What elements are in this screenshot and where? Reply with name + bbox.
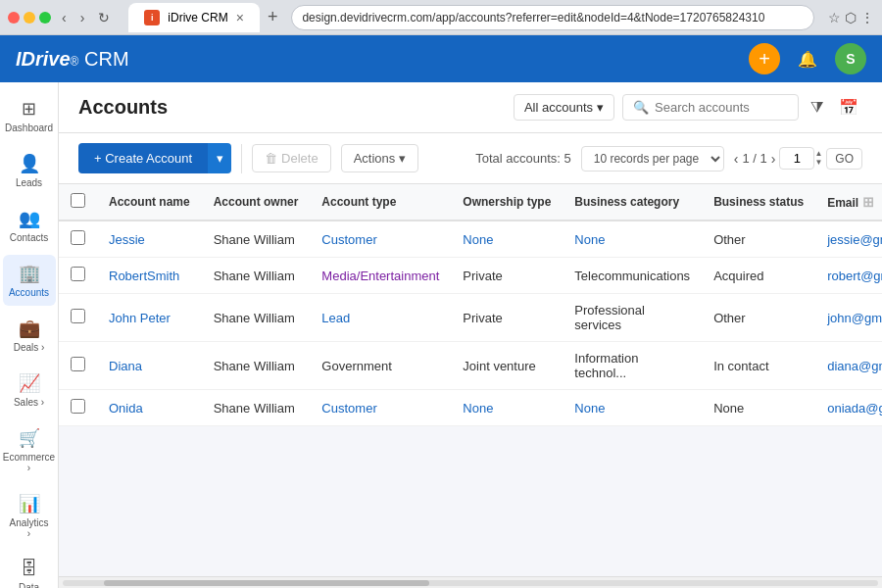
select-all-checkbox[interactable] [71, 193, 85, 208]
row-account-name: RobertSmith [97, 258, 202, 294]
table-row: John Peter Shane William Lead Private Pr… [59, 294, 882, 342]
business-category-value: Information technol... [574, 351, 638, 380]
content-area: Accounts All accounts ▾ 🔍 ⧩ 📅 [59, 82, 882, 588]
sidebar-item-dashboard[interactable]: ⊞ Dashboard [3, 90, 56, 141]
window-controls [8, 12, 51, 24]
forward-button[interactable]: › [75, 8, 90, 27]
topbar: IDrive® CRM + 🔔 S [0, 35, 882, 82]
add-button[interactable]: + [749, 43, 780, 74]
create-account-dropdown-button[interactable]: ▾ [208, 143, 231, 173]
page-stepper: ▲ ▼ [814, 150, 822, 168]
email-link[interactable]: oniada@gmail.com [827, 401, 882, 416]
row-business-status: In contact [702, 342, 815, 390]
accounts-table: Account name Account owner Account type … [59, 184, 882, 426]
user-avatar[interactable]: S [835, 43, 866, 74]
per-page-select[interactable]: 10 records per page25 records per page50… [581, 146, 724, 172]
tab-bar: i iDrive CRM × + [128, 3, 285, 32]
sidebar-item-analytics[interactable]: 📊 Analytics › [3, 485, 56, 547]
sidebar-item-data-migration[interactable]: 🗄 Data Migration [3, 551, 56, 588]
row-account-owner: Shane William [202, 390, 311, 426]
go-button[interactable]: GO [826, 148, 862, 170]
horizontal-scrollbar[interactable] [59, 576, 882, 588]
back-button[interactable]: ‹ [57, 8, 72, 27]
sidebar-item-deals[interactable]: 💼 Deals › [3, 310, 56, 361]
sidebar: ⊞ Dashboard 👤 Leads 👥 Contacts 🏢 Account… [0, 82, 59, 588]
next-page-button[interactable]: › [771, 151, 776, 167]
topbar-right: + 🔔 S [749, 43, 866, 74]
browser-chrome: ‹ › ↻ i iDrive CRM × + design.devidrivec… [0, 0, 882, 35]
filter-icon-button[interactable]: ⧩ [807, 95, 827, 121]
calendar-icon-button[interactable]: 📅 [835, 94, 862, 121]
sidebar-item-accounts[interactable]: 🏢 Accounts [3, 255, 56, 306]
search-box[interactable]: 🔍 [622, 94, 799, 121]
table-row: Jessie Shane William Customer None None … [59, 220, 882, 258]
actions-button[interactable]: Actions ▾ [341, 144, 418, 172]
account-name-link[interactable]: John Peter [109, 311, 171, 325]
address-bar[interactable]: design.devidrivecrm.com/app/accounts?ref… [291, 5, 814, 30]
extensions-button[interactable]: ⬡ [845, 10, 857, 25]
row-account-type: Customer [310, 390, 451, 426]
row-checkbox-2[interactable] [71, 309, 85, 323]
row-account-type: Government [310, 342, 451, 390]
account-type-value: Government [321, 359, 392, 373]
row-checkbox-0[interactable] [71, 230, 85, 245]
sidebar-label-accounts: Accounts [9, 287, 49, 298]
active-tab[interactable]: i iDrive CRM × [128, 3, 260, 32]
account-type-value: Customer [321, 401, 376, 416]
total-count: Total accounts: 5 [475, 151, 571, 166]
reload-button[interactable]: ↻ [93, 8, 115, 27]
bookmark-button[interactable]: ☆ [828, 10, 841, 25]
delete-button[interactable]: 🗑 Delete [252, 144, 331, 172]
row-business-status: None [702, 390, 815, 426]
ecommerce-icon: 🛒 [19, 427, 40, 449]
row-business-status: Other [702, 294, 815, 342]
page-number-input[interactable] [779, 147, 814, 170]
chevron-down-icon: ▾ [597, 100, 604, 115]
account-type-value: Media/Entertainment [321, 269, 439, 283]
account-name-link[interactable]: Jessie [109, 232, 145, 247]
business-category-value: None [574, 232, 605, 247]
filter-label: All accounts [524, 100, 593, 115]
trash-icon: 🗑 [265, 151, 277, 166]
sidebar-item-sales[interactable]: 📈 Sales › [3, 365, 56, 416]
email-link[interactable]: diana@gmail.com [827, 359, 882, 373]
sidebar-item-contacts[interactable]: 👥 Contacts [3, 200, 56, 251]
create-account-button[interactable]: + Create Account [78, 143, 208, 173]
email-link[interactable]: jessie@gmail.com [827, 232, 882, 247]
toolbar: + Create Account ▾ 🗑 Delete Actions ▾ To… [59, 133, 882, 184]
row-business-category: Professional services [563, 294, 702, 342]
account-name-link[interactable]: Onida [109, 401, 143, 416]
row-email: oniada@gmail.com [815, 390, 882, 426]
minimize-button[interactable] [24, 12, 35, 24]
page-down-icon[interactable]: ▼ [814, 159, 822, 168]
sidebar-label-contacts: Contacts [10, 232, 48, 243]
menu-button[interactable]: ⋮ [860, 10, 874, 25]
account-name-link[interactable]: Diana [109, 359, 142, 373]
email-link[interactable]: john@gmail.com [827, 311, 882, 325]
table-header-row: Account name Account owner Account type … [59, 184, 882, 220]
maximize-button[interactable] [39, 12, 51, 24]
email-link[interactable]: robert@gmail.com [827, 269, 882, 283]
col-header-business-category: Business category [563, 184, 702, 220]
row-account-name: John Peter [97, 294, 202, 342]
row-email: jessie@gmail.com [815, 220, 882, 258]
account-type-value: Customer [321, 232, 376, 247]
search-input[interactable] [655, 100, 788, 115]
close-button[interactable] [8, 12, 20, 24]
account-name-link[interactable]: RobertSmith [109, 269, 179, 283]
row-checkbox-3[interactable] [71, 357, 85, 371]
row-checkbox-4[interactable] [71, 399, 85, 414]
row-checkbox-1[interactable] [71, 267, 85, 281]
row-checkbox-cell [59, 258, 97, 294]
notification-button[interactable]: 🔔 [792, 43, 823, 74]
filter-dropdown[interactable]: All accounts ▾ [514, 94, 614, 121]
prev-page-button[interactable]: ‹ [734, 151, 739, 167]
tab-title: iDrive CRM [168, 11, 227, 24]
sidebar-item-ecommerce[interactable]: 🛒 Ecommerce › [3, 419, 56, 481]
data-migration-icon: 🗄 [21, 559, 38, 579]
new-tab-button[interactable]: + [260, 7, 286, 27]
row-checkbox-cell [59, 342, 97, 390]
business-category-value: Professional services [574, 303, 645, 332]
tab-close-button[interactable]: × [236, 10, 244, 25]
sidebar-item-leads[interactable]: 👤 Leads [3, 145, 56, 196]
